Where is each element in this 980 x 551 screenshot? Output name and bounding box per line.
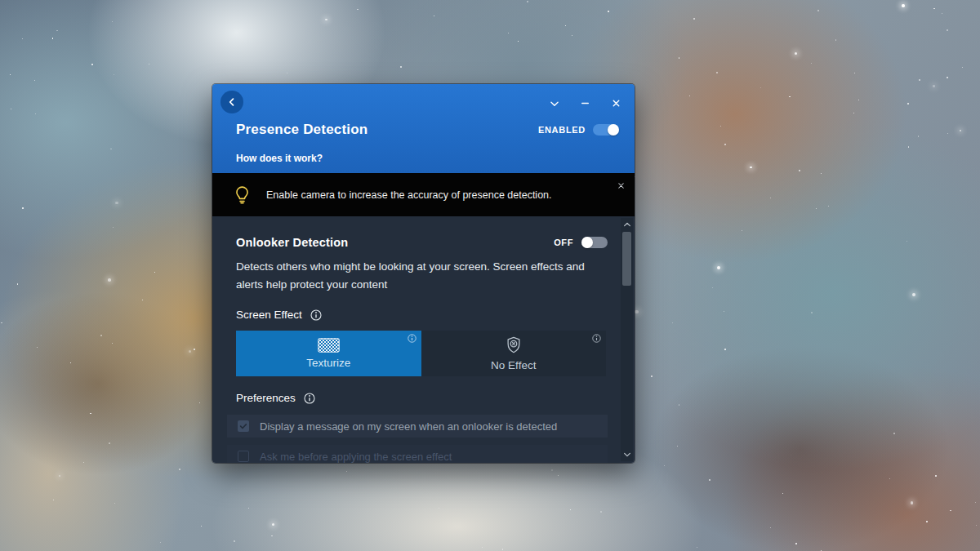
- page-title: Presence Detection: [236, 122, 368, 138]
- title-row: Presence Detection ENABLED: [236, 122, 619, 138]
- onlooker-detection-header-row: Onlooker Detection OFF: [236, 236, 608, 249]
- tip-text: Enable camera to increase the accuracy o…: [266, 189, 552, 201]
- scroll-up-icon[interactable]: [623, 221, 631, 228]
- off-label: OFF: [554, 238, 573, 247]
- preferences-label-row: Preferences: [236, 392, 611, 404]
- minus-icon: [580, 98, 590, 109]
- effect-card-no-effect[interactable]: No Effect: [421, 331, 607, 376]
- preference-row-ask-me[interactable]: Ask me before applying the screen effect: [227, 445, 608, 463]
- how-does-it-work-link[interactable]: How does it work?: [236, 153, 323, 164]
- enabled-label: ENABLED: [538, 125, 586, 135]
- back-button[interactable]: [220, 91, 243, 113]
- checkbox[interactable]: [238, 420, 249, 432]
- scroll-thumb[interactable]: [622, 232, 631, 286]
- effect-label: No Effect: [491, 359, 536, 371]
- effect-label: Texturize: [306, 357, 350, 369]
- lightbulb-icon: [232, 184, 252, 205]
- info-icon[interactable]: [304, 393, 315, 404]
- window-controls: [547, 96, 623, 110]
- enabled-toggle-group: ENABLED: [538, 124, 619, 136]
- chevron-left-icon: [226, 96, 238, 108]
- onlooker-toggle-group: OFF: [554, 237, 608, 248]
- preference-label: Ask me before applying the screen effect: [260, 451, 452, 463]
- screen-effect-options: Texturize No Effect: [236, 331, 606, 376]
- scroll-down-icon[interactable]: [623, 451, 631, 458]
- presence-detection-window: Presence Detection ENABLED How does it w…: [212, 84, 635, 463]
- banner-close-icon[interactable]: [616, 180, 626, 190]
- minimize-button[interactable]: [578, 96, 592, 110]
- desktop-background: Presence Detection ENABLED How does it w…: [0, 0, 980, 551]
- chevron-down-icon: [549, 98, 560, 109]
- toggle-knob: [581, 237, 593, 248]
- screen-effect-label: Screen Effect: [236, 309, 302, 321]
- toggle-knob: [608, 124, 619, 136]
- onlooker-description: Detects others who might be looking at y…: [236, 258, 595, 293]
- onlooker-detection-title: Onlooker Detection: [236, 236, 348, 249]
- presence-detection-toggle[interactable]: [593, 124, 619, 136]
- preference-label: Display a message on my screen when an o…: [260, 420, 557, 433]
- info-icon[interactable]: [592, 334, 601, 343]
- scrollbar[interactable]: [621, 218, 633, 461]
- texturize-pattern-icon: [318, 338, 340, 353]
- collapse-button[interactable]: [547, 96, 561, 110]
- info-icon[interactable]: [408, 334, 416, 343]
- info-icon[interactable]: [310, 309, 322, 321]
- preference-row-display-message[interactable]: Display a message on my screen when an o…: [227, 415, 608, 438]
- onlooker-detection-toggle[interactable]: [581, 237, 608, 248]
- settings-body: Onlooker Detection OFF Detects others wh…: [212, 216, 635, 463]
- screen-effect-label-row: Screen Effect: [236, 309, 611, 321]
- close-button[interactable]: [609, 96, 623, 110]
- window-header: Presence Detection ENABLED How does it w…: [212, 84, 635, 173]
- tip-banner: Enable camera to increase the accuracy o…: [212, 173, 635, 216]
- effect-card-texturize[interactable]: Texturize: [236, 331, 421, 376]
- shield-x-icon: [505, 335, 523, 355]
- preferences-label: Preferences: [236, 392, 296, 404]
- checkbox[interactable]: [238, 451, 249, 462]
- close-icon: [611, 98, 621, 109]
